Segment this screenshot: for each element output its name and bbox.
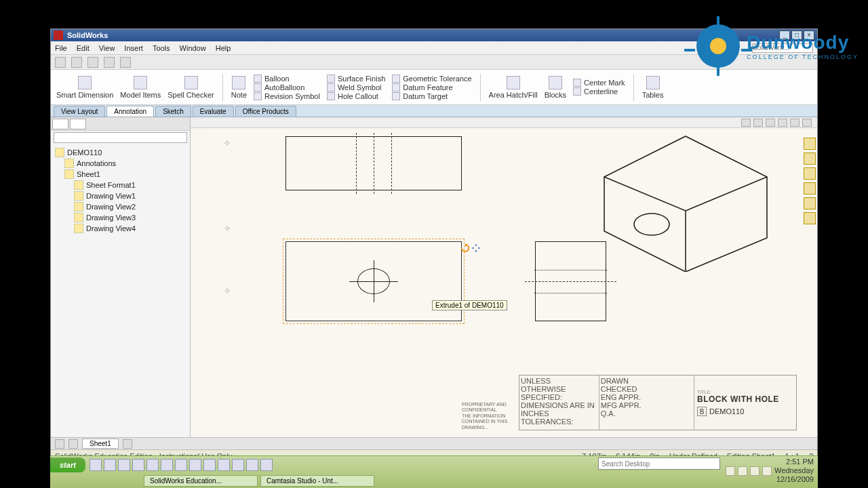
ql-icon[interactable] bbox=[146, 459, 159, 471]
menu-help[interactable]: Help bbox=[216, 44, 231, 52]
app-logo-icon bbox=[54, 30, 63, 40]
hole-callout-button[interactable]: Hole Callout bbox=[327, 92, 385, 100]
sidebar-tab-property[interactable] bbox=[70, 119, 86, 129]
tb-icon-1[interactable] bbox=[55, 57, 66, 68]
tab-sketch[interactable]: Sketch bbox=[155, 106, 191, 117]
resources-tab-icon[interactable] bbox=[804, 138, 816, 150]
title-block[interactable]: UNLESS OTHERWISE SPECIFIED:DIMENSIONS AR… bbox=[519, 375, 797, 430]
tooltip: Extrude1 of DEMO110 bbox=[432, 300, 507, 310]
ql-icon[interactable] bbox=[232, 459, 244, 471]
revision-symbol-button[interactable]: Revision Symbol bbox=[254, 92, 320, 100]
center-line bbox=[374, 133, 374, 194]
file-explorer-icon[interactable] bbox=[804, 167, 816, 180]
ql-icon[interactable] bbox=[189, 459, 201, 471]
tab-evaluate[interactable]: Evaluate bbox=[193, 106, 234, 117]
tree-root[interactable]: DEMO110 bbox=[55, 147, 186, 158]
centerline-button[interactable]: Centerline bbox=[573, 87, 625, 96]
menu-file[interactable]: File bbox=[55, 44, 67, 52]
display-style-icon[interactable] bbox=[802, 119, 812, 127]
menu-window[interactable]: Window bbox=[180, 44, 206, 52]
datum-target-button[interactable]: Datum Target bbox=[392, 92, 471, 100]
note-button[interactable]: Note bbox=[231, 76, 247, 99]
center-mark-button[interactable]: Center Mark bbox=[573, 79, 625, 87]
rotate-icon[interactable] bbox=[778, 119, 787, 127]
tree-filter-input[interactable] bbox=[54, 132, 187, 143]
menu-view[interactable]: View bbox=[99, 44, 115, 52]
autoballoon-button[interactable]: AutoBalloon bbox=[254, 83, 320, 92]
tb-icon-5[interactable] bbox=[120, 57, 131, 68]
tables-button[interactable]: Tables bbox=[642, 76, 664, 99]
surface-finish-button[interactable]: Surface Finish bbox=[327, 75, 385, 83]
system-clock[interactable]: 2:51 PM Wednesday 12/16/2009 bbox=[774, 458, 814, 485]
design-library-icon[interactable] bbox=[804, 152, 816, 165]
tray-icon[interactable] bbox=[750, 466, 760, 476]
zoom-in-icon[interactable] bbox=[766, 119, 775, 127]
smart-dimension-button[interactable]: Smart Dimension bbox=[56, 76, 113, 99]
tree-view3[interactable]: Drawing View3 bbox=[74, 212, 186, 223]
move-rotate-handle[interactable] bbox=[460, 243, 481, 253]
tab-office-products[interactable]: Office Products bbox=[235, 106, 296, 117]
start-button[interactable]: start bbox=[50, 458, 85, 472]
ql-icon[interactable] bbox=[260, 459, 273, 471]
menu-insert[interactable]: Insert bbox=[124, 44, 143, 52]
geometric-tolerance-button[interactable]: Geometric Tolerance bbox=[392, 75, 471, 83]
tree-view4[interactable]: Drawing View4 bbox=[74, 223, 186, 234]
ql-icon[interactable] bbox=[203, 459, 216, 471]
appearances-icon[interactable] bbox=[804, 197, 816, 209]
ql-icon[interactable] bbox=[104, 459, 116, 471]
view-icon bbox=[74, 224, 83, 233]
surface-icon bbox=[327, 75, 335, 83]
isometric-view[interactable] bbox=[584, 129, 787, 272]
drawing-sheet[interactable]: ⊹ ⊹ ⊹ bbox=[204, 129, 801, 434]
zoom-area-icon[interactable] bbox=[753, 119, 763, 127]
ql-icon[interactable] bbox=[246, 459, 258, 471]
tab-annotation[interactable]: Annotation bbox=[106, 106, 154, 117]
taskbar-task-solidworks[interactable]: SolidWorks Education... bbox=[144, 475, 258, 487]
top-view[interactable] bbox=[285, 136, 462, 190]
balloon-button[interactable]: Balloon bbox=[254, 75, 320, 83]
sidebar-tab-feature[interactable] bbox=[52, 119, 68, 129]
tray-icon[interactable] bbox=[726, 466, 735, 476]
dunwoody-subtitle: COLLEGE OF TECHNOLOGY bbox=[747, 54, 859, 60]
tree-view2[interactable]: Drawing View2 bbox=[74, 201, 186, 212]
tb-icon-4[interactable] bbox=[104, 57, 115, 68]
sheet-add[interactable] bbox=[123, 439, 132, 449]
menu-tools[interactable]: Tools bbox=[153, 44, 170, 52]
weld-symbol-button[interactable]: Weld Symbol bbox=[327, 83, 385, 92]
view-palette-icon[interactable] bbox=[804, 182, 816, 195]
tree-annotations[interactable]: Annotations bbox=[64, 158, 186, 169]
blocks-button[interactable]: Blocks bbox=[545, 76, 566, 99]
sheet-nav-prev[interactable] bbox=[68, 439, 78, 449]
tb-icon-3[interactable] bbox=[87, 57, 98, 68]
tb-icon-2[interactable] bbox=[71, 57, 82, 68]
sheet-tab-1[interactable]: Sheet1 bbox=[82, 439, 119, 449]
ql-icon[interactable] bbox=[118, 459, 130, 471]
area-hatch-button[interactable]: Area Hatch/Fill bbox=[489, 76, 538, 99]
tray-icon[interactable] bbox=[738, 466, 747, 476]
tree-sheet[interactable]: Sheet1 bbox=[64, 169, 186, 180]
tree-sheet-format[interactable]: Sheet Format1 bbox=[74, 180, 186, 190]
spell-checker-button[interactable]: Spell Checker bbox=[167, 76, 214, 99]
zoom-fit-icon[interactable] bbox=[741, 119, 751, 127]
tree-root-label: DEMO110 bbox=[67, 148, 102, 157]
ql-icon[interactable] bbox=[175, 459, 187, 471]
tab-view-layout[interactable]: View Layout bbox=[54, 106, 105, 117]
sheet-nav-first[interactable] bbox=[55, 439, 64, 449]
tree-view1[interactable]: Drawing View1 bbox=[74, 190, 186, 201]
model-items-button[interactable]: Model Items bbox=[120, 76, 161, 99]
custom-props-icon[interactable] bbox=[804, 212, 816, 224]
tray-icon[interactable] bbox=[762, 466, 772, 476]
autoballoon-label: AutoBalloon bbox=[264, 83, 304, 92]
menu-edit[interactable]: Edit bbox=[77, 44, 90, 52]
dunwoody-logo-overlay: Dunwoody COLLEGE OF TECHNOLOGY bbox=[696, 24, 859, 68]
ql-icon[interactable] bbox=[132, 459, 144, 471]
drawing-canvas[interactable]: ⊹ ⊹ ⊹ bbox=[191, 117, 817, 437]
ql-icon[interactable] bbox=[90, 459, 102, 471]
pan-icon[interactable] bbox=[790, 119, 800, 127]
ql-icon[interactable] bbox=[218, 459, 230, 471]
desktop-search-input[interactable] bbox=[598, 458, 720, 470]
ql-icon[interactable] bbox=[161, 459, 173, 471]
hole-centermark bbox=[357, 268, 390, 294]
taskbar-task-camtasia[interactable]: Camtasia Studio - Unt... bbox=[260, 475, 374, 487]
datum-feature-button[interactable]: Datum Feature bbox=[392, 83, 471, 92]
